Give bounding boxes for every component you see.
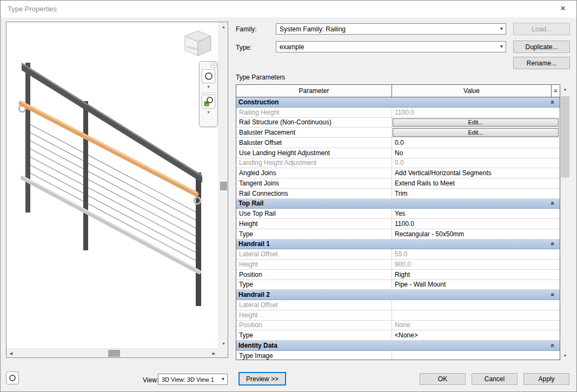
param-name: Lateral Offset — [236, 300, 392, 310]
table-header: Parameter Value = — [236, 85, 560, 97]
edit-button[interactable]: Edit... — [393, 128, 559, 137]
param-name: Type — [236, 229, 392, 239]
param-row: Use Top RailYes — [236, 209, 560, 219]
scroll-down-icon[interactable]: ▼ — [219, 339, 228, 348]
section-row-identity-data[interactable]: Identity Data« — [236, 341, 560, 351]
param-row: Railing Height1100.0 — [236, 108, 560, 118]
preview-navigation-toolbar: ✕ ▾ ▾ — [199, 61, 218, 127]
parameter-column-header[interactable]: Parameter — [236, 85, 392, 97]
param-value[interactable] — [392, 351, 560, 360]
param-value[interactable]: 900.0 — [392, 260, 560, 269]
param-row: Type Image — [236, 351, 560, 360]
view-dropdown[interactable]: 3D View: 3D View 1 ▾ — [158, 374, 228, 385]
scroll-left-icon[interactable]: ◀ — [6, 349, 16, 358]
param-row: PositionNone — [236, 321, 560, 331]
param-value[interactable] — [392, 310, 560, 320]
collapse-chevron-icon[interactable]: « — [549, 293, 557, 297]
param-name: Baluster Offset — [236, 138, 392, 148]
param-name: Type — [236, 330, 392, 340]
param-name: Lateral Offset — [236, 249, 392, 259]
param-value[interactable]: 1100.0 — [392, 219, 560, 229]
preview-horizontal-scrollbar[interactable]: ◀ ▶ — [6, 348, 218, 357]
zoom-icon — [203, 96, 214, 107]
table-vertical-scrollbar[interactable]: ▲ ▼ — [561, 84, 569, 360]
section-row-top-rail[interactable]: Top Rail« — [236, 199, 560, 209]
close-icon[interactable]: ✕ — [558, 4, 568, 12]
preview-3d-canvas[interactable]: FRONT ✕ ▾ ▾ — [6, 22, 218, 348]
param-row: Height900.0 — [236, 260, 560, 270]
param-name: Angled Joins — [236, 168, 392, 178]
preview-vertical-scrollbar[interactable]: ▲ ▼ — [218, 22, 228, 348]
viewcube-icon[interactable]: FRONT — [181, 29, 215, 59]
edit-button[interactable]: Edit... — [393, 118, 559, 127]
preview-toggle-button[interactable]: Preview >> — [238, 372, 286, 386]
section-row-handrail-2[interactable]: Handrail 2« — [236, 290, 560, 300]
dialog-title: Type Properties — [8, 5, 57, 13]
family-dropdown[interactable]: System Family: Railing ▾ — [276, 23, 506, 35]
collapse-chevron-icon[interactable]: « — [549, 344, 557, 348]
param-value[interactable]: <None> — [392, 330, 560, 340]
section-label: Top Rail — [238, 200, 263, 207]
value-column-header[interactable]: Value — [392, 85, 552, 97]
param-name: Position — [236, 270, 392, 280]
type-dropdown[interactable]: example ▾ — [276, 41, 506, 52]
chevron-down-icon: ▾ — [500, 43, 503, 49]
param-value[interactable]: 0.0 — [392, 138, 560, 148]
collapse-chevron-icon[interactable]: « — [549, 202, 557, 205]
param-value[interactable]: No — [392, 148, 560, 158]
param-value[interactable]: Right — [392, 270, 560, 280]
param-value[interactable]: Trim — [392, 189, 560, 198]
navbar-close-icon[interactable]: ✕ — [211, 62, 217, 68]
param-name: Type — [236, 280, 392, 290]
wheel-dropdown-icon[interactable]: ▾ — [207, 84, 209, 90]
param-name: Baluster Placement — [236, 128, 392, 137]
param-value[interactable]: 0.0 — [392, 158, 560, 168]
param-value[interactable]: Extend Rails to Meet — [392, 178, 560, 188]
steering-wheel-button[interactable] — [202, 69, 215, 83]
param-value[interactable]: 55.0 — [392, 249, 560, 259]
param-value[interactable]: Edit... — [392, 118, 560, 128]
param-value[interactable]: Yes — [392, 209, 560, 218]
param-value[interactable]: Pipe - Wall Mount — [392, 280, 560, 290]
param-row: TypePipe - Wall Mount — [236, 280, 560, 290]
section-row-construction[interactable]: Construction« — [236, 97, 560, 108]
view-label: View: — [143, 376, 158, 384]
ok-button[interactable]: OK — [420, 373, 466, 385]
param-name: Rail Structure (Non-Continuous) — [236, 118, 392, 128]
steering-wheel-icon — [205, 72, 213, 80]
vertical-scroll-thumb[interactable] — [220, 182, 227, 190]
param-name: Railing Height — [236, 108, 392, 117]
param-value[interactable]: Edit... — [392, 128, 560, 137]
param-row: Lateral Offset — [236, 300, 560, 310]
param-row: Type<None> — [236, 330, 560, 341]
scrollbar-corner — [218, 348, 228, 357]
preview-pane: FRONT ✕ ▾ ▾ — [6, 22, 228, 358]
type-parameters-table: Parameter Value = Construction«Railing H… — [236, 84, 560, 360]
param-value[interactable]: Add Vertical/Horizontal Segments — [392, 168, 560, 178]
load-button[interactable]: Load... — [513, 23, 570, 35]
zoom-dropdown-icon[interactable]: ▾ — [207, 110, 209, 115]
param-value[interactable]: Rectangular - 50x50mm — [392, 229, 560, 239]
collapse-chevron-icon[interactable]: « — [549, 242, 557, 246]
scroll-up-icon[interactable]: ▲ — [561, 84, 569, 94]
scroll-up-icon[interactable]: ▲ — [219, 22, 228, 31]
collapse-chevron-icon[interactable]: « — [549, 101, 557, 104]
param-value[interactable] — [392, 300, 560, 310]
cancel-button[interactable]: Cancel — [472, 373, 518, 385]
section-label: Identity Data — [238, 342, 277, 349]
preview-wheel-button[interactable] — [6, 371, 19, 384]
param-value[interactable]: None — [392, 321, 560, 330]
section-row-handrail-1[interactable]: Handrail 1« — [236, 240, 560, 250]
table-scroll-thumb[interactable] — [561, 96, 569, 177]
param-name: Type Image — [236, 351, 392, 360]
rename-button[interactable]: Rename... — [513, 57, 570, 69]
chevron-down-icon: ▾ — [222, 376, 224, 382]
horizontal-scroll-thumb[interactable] — [108, 350, 120, 357]
scroll-down-icon[interactable]: ▼ — [561, 351, 569, 360]
section-label: Handrail 1 — [238, 240, 270, 248]
param-value[interactable]: 1100.0 — [392, 108, 560, 117]
zoom-button[interactable] — [202, 95, 215, 109]
scroll-right-icon[interactable]: ▶ — [209, 349, 218, 358]
duplicate-button[interactable]: Duplicate... — [513, 41, 570, 53]
apply-button[interactable]: Apply — [523, 373, 569, 385]
